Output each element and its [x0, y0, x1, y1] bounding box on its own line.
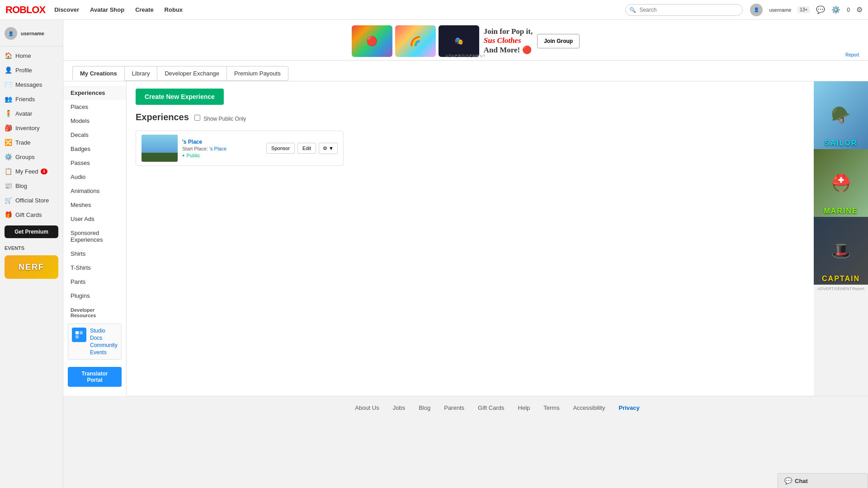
tab-premium-payouts[interactable]: Premium Payouts — [226, 66, 288, 81]
get-premium-button[interactable]: Get Premium — [5, 225, 58, 238]
sidebar-item-label: Trade — [15, 139, 30, 146]
tab-my-creations[interactable]: My Creations — [72, 66, 125, 81]
left-menu-user-ads[interactable]: User Ads — [63, 212, 126, 226]
sidebar-item-profile[interactable]: 👤 Profile — [0, 63, 63, 77]
dev-resources-box: Studio Docs Community Events — [68, 324, 122, 360]
sidebar-item-label: Profile — [15, 67, 32, 74]
inventory-icon: 🎒 — [5, 124, 12, 131]
dev-res-links: Studio Docs Community Events — [90, 328, 118, 356]
edit-button[interactable]: Edit — [297, 143, 316, 154]
left-menu-passes[interactable]: Passes — [63, 156, 126, 170]
report-link[interactable]: Report — [845, 52, 859, 57]
start-place-link[interactable]: 's Place — [209, 146, 226, 151]
marine-section: ⛑️ MARINE — [814, 149, 868, 217]
events-link[interactable]: Events — [90, 349, 118, 356]
nav-avatar-shop[interactable]: Avatar Shop — [90, 6, 124, 13]
footer-about-us[interactable]: About Us — [355, 404, 379, 411]
sidebar-item-label: Friends — [15, 96, 35, 103]
footer-privacy[interactable]: Privacy — [618, 404, 639, 411]
community-link[interactable]: Community — [90, 342, 118, 348]
experiences-title: Experiences — [136, 112, 189, 122]
left-menu-experiences[interactable]: Experiences — [63, 86, 126, 100]
left-menu-pants[interactable]: Pants — [63, 275, 126, 289]
experience-info: 's Place Start Place: 's Place Public — [182, 139, 262, 158]
sidebar-item-label: Home — [15, 52, 31, 59]
chat-nav-icon[interactable]: 💬 — [816, 5, 825, 14]
nav-robux[interactable]: Robux — [165, 6, 183, 13]
search-input[interactable] — [625, 4, 743, 16]
sidebar-item-label: Official Store — [15, 197, 49, 204]
sidebar-item-trade[interactable]: 🔀 Trade — [0, 135, 63, 150]
svg-rect-2 — [75, 335, 79, 338]
avatar-icon: 🧍 — [5, 110, 12, 117]
sidebar-item-groups[interactable]: ⚙️ Groups — [0, 150, 63, 164]
footer-parents[interactable]: Parents — [444, 404, 464, 411]
docs-link[interactable]: Docs — [90, 335, 118, 341]
nav-create[interactable]: Create — [135, 6, 153, 13]
create-new-experience-button[interactable]: Create New Experience — [136, 89, 224, 105]
footer-terms[interactable]: Terms — [543, 404, 559, 411]
sidebar-item-label: Groups — [15, 154, 35, 160]
logo[interactable]: ROBLOX — [5, 4, 45, 16]
gear-icon[interactable]: ⚙ — [856, 5, 863, 14]
experience-status: Public — [182, 153, 262, 158]
footer-gift-cards[interactable]: Gift Cards — [478, 404, 505, 411]
experience-thumbnail — [142, 135, 178, 162]
show-public-checkbox[interactable] — [194, 115, 200, 121]
feed-icon: 📋 — [5, 168, 12, 175]
left-menu-shirts[interactable]: Shirts — [63, 247, 126, 261]
settings-icon[interactable]: ⚙️ — [831, 5, 840, 14]
sailor-section: 🪖 SAILOR — [814, 81, 868, 149]
experience-name[interactable]: 's Place — [182, 139, 262, 145]
sidebar-item-official-store[interactable]: 🛒 Official Store — [0, 193, 63, 207]
sidebar-item-friends[interactable]: 👥 Friends — [0, 92, 63, 106]
sidebar-item-avatar[interactable]: 🧍 Avatar — [0, 106, 63, 121]
chat-label: Chat — [795, 478, 808, 484]
sidebar-user[interactable]: 👤 username — [0, 23, 63, 44]
footer-jobs[interactable]: Jobs — [393, 404, 405, 411]
create-body: Experiences Places Models Decals Badges … — [63, 81, 868, 396]
sidebar-item-blog[interactable]: 📰 Blog — [0, 178, 63, 193]
experience-gear-button[interactable]: ⚙ ▼ — [319, 143, 338, 154]
nerf-banner[interactable]: NERF — [5, 255, 58, 279]
chat-box[interactable]: Chat — [778, 473, 868, 488]
tab-library[interactable]: Library — [124, 66, 158, 81]
nav-discover[interactable]: Discover — [54, 6, 79, 13]
sidebar-item-messages[interactable]: ✉️ Messages — [0, 77, 63, 92]
sidebar-item-gift-cards[interactable]: 🎁 Gift Cards — [0, 207, 63, 222]
left-menu-places[interactable]: Places — [63, 100, 126, 114]
left-menu-plugins[interactable]: Plugins — [63, 289, 126, 303]
right-ad-report[interactable]: Report — [852, 286, 864, 291]
robux-count: 0 — [847, 7, 850, 13]
footer-accessibility[interactable]: Accessibility — [573, 404, 605, 411]
footer-help[interactable]: Help — [518, 404, 530, 411]
left-menu-models[interactable]: Models — [63, 114, 126, 128]
sidebar-item-inventory[interactable]: 🎒 Inventory — [0, 121, 63, 135]
footer-blog[interactable]: Blog — [419, 404, 430, 411]
sponsor-button[interactable]: Sponsor — [266, 143, 295, 154]
show-public-label: Show Public Only — [194, 115, 246, 122]
groups-icon: ⚙️ — [5, 153, 12, 160]
left-menu-animations[interactable]: Animations — [63, 184, 126, 198]
sidebar: 👤 username 🏠 Home 👤 Profile ✉️ Messages … — [0, 20, 63, 488]
experience-actions: Sponsor Edit ⚙ ▼ — [266, 143, 338, 154]
left-menu-audio[interactable]: Audio — [63, 170, 126, 184]
profile-icon: 👤 — [5, 66, 12, 74]
left-menu-badges[interactable]: Badges — [63, 142, 126, 156]
translator-portal-button[interactable]: Translator Portal — [68, 367, 122, 387]
sidebar-item-home[interactable]: 🏠 Home — [0, 48, 63, 63]
sidebar-item-label: Avatar — [15, 110, 32, 117]
left-menu-decals[interactable]: Decals — [63, 128, 126, 142]
ad-images: 🔴 🌈 🎭 — [352, 25, 479, 57]
join-group-button[interactable]: Join Group — [537, 34, 580, 48]
studio-link[interactable]: Studio — [90, 328, 118, 334]
left-menu-tshirts[interactable]: T-Shirts — [63, 261, 126, 275]
right-icons: 👤 username 13+ 💬 ⚙️ 0 ⚙ — [750, 4, 863, 16]
svg-rect-1 — [80, 331, 83, 334]
left-menu-meshes[interactable]: Meshes — [63, 198, 126, 212]
tab-developer-exchange[interactable]: Developer Exchange — [157, 66, 227, 81]
user-avatar[interactable]: 👤 — [750, 4, 763, 16]
sidebar-item-my-feed[interactable]: 📋 My Feed 4 — [0, 164, 63, 178]
right-ad-label: ADVERTISEMENT — [817, 286, 852, 291]
left-menu-sponsored-experiences[interactable]: Sponsored Experiences — [63, 226, 126, 247]
